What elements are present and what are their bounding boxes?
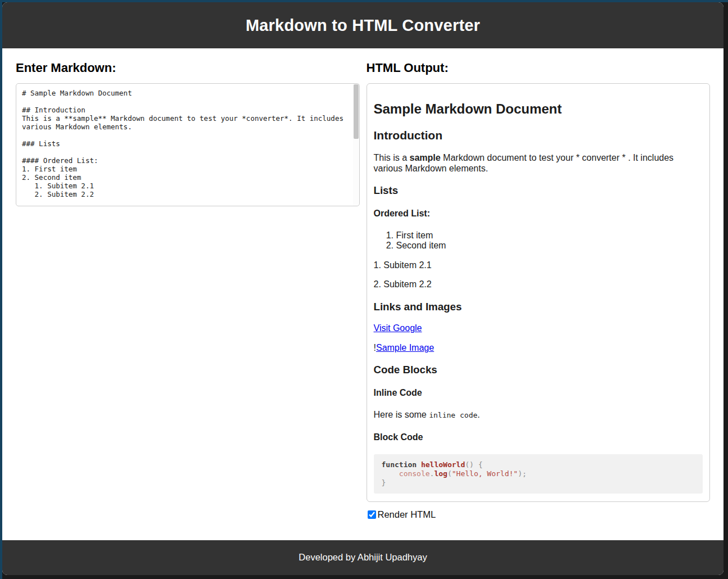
markdown-input[interactable]: # Sample Markdown Document ## Introducti… [16,83,360,206]
code-token: console [399,469,430,478]
app-footer: Developed by Abhijit Upadhyay [2,540,724,575]
render-html-checkbox[interactable] [368,510,376,519]
output-ordered-list: First item Second item [374,230,703,251]
output-intro-paragraph: This is a sample Markdown document to te… [374,153,703,174]
output-google-link-paragraph: Visit Google [374,323,703,334]
list-item: Second item [396,241,703,251]
inline-code-text-before: Here is some [374,410,429,419]
sample-image-link[interactable]: Sample Image [376,343,434,352]
output-inline-code-paragraph: Here is some inline code. [374,410,703,420]
code-token: log [434,469,447,478]
intro-text-bold: sample [410,153,441,162]
textarea-scrollbar-thumb[interactable] [354,84,359,139]
render-html-row: Render HTML [368,509,711,520]
code-token: function [382,460,417,469]
app-header: Markdown to HTML Converter [2,2,724,48]
inline-code: inline code [429,411,477,419]
app-title: Markdown to HTML Converter [2,16,724,35]
output-subitem-paragraph: 2. Subitem 2.2 [374,279,703,290]
main-content: Enter Markdown: # Sample Markdown Docume… [2,48,724,540]
output-ordered-list-heading: Ordered List: [374,209,703,219]
output-block-code-heading: Block Code [374,432,703,442]
code-token: ( [447,469,452,478]
page: Markdown to HTML Converter Enter Markdow… [2,2,724,575]
code-token: ); [518,469,527,478]
intro-text-before: This is a [374,153,410,162]
footer-text: Developed by Abhijit Upadhyay [299,552,427,562]
output-panel: HTML Output: Sample Markdown Document In… [367,48,711,520]
code-token: helloWorld [421,460,465,469]
code-block: function helloWorld() { console.log("Hel… [374,454,703,494]
code-token: () { [465,460,482,469]
list-item: First item [396,230,703,241]
render-html-label: Render HTML [378,509,436,520]
markdown-panel-heading: Enter Markdown: [16,61,360,75]
code-token [417,460,421,469]
output-intro-heading: Introduction [374,129,703,142]
output-image-link-paragraph: !Sample Image [374,343,703,354]
output-doc-title: Sample Markdown Document [374,101,703,117]
html-output: Sample Markdown Document Introduction Th… [367,83,711,502]
inline-code-text-after: . [477,410,480,419]
output-inline-code-heading: Inline Code [374,388,703,398]
code-token: } [382,478,386,487]
output-subitem-paragraph: 1. Subitem 2.1 [374,260,703,271]
code-block-content: function helloWorld() { console.log("Hel… [382,460,527,487]
output-code-blocks-heading: Code Blocks [374,364,703,376]
code-token [382,469,399,478]
textarea-scrollbar[interactable] [353,84,359,206]
window-frame: Markdown to HTML Converter Enter Markdow… [0,0,728,579]
output-links-heading: Links and Images [374,301,703,313]
output-lists-heading: Lists [374,184,703,197]
markdown-panel: Enter Markdown: # Sample Markdown Docume… [16,48,360,206]
output-panel-heading: HTML Output: [367,61,711,75]
visit-google-link[interactable]: Visit Google [374,323,422,333]
code-token: "Hello, World!" [452,469,518,478]
